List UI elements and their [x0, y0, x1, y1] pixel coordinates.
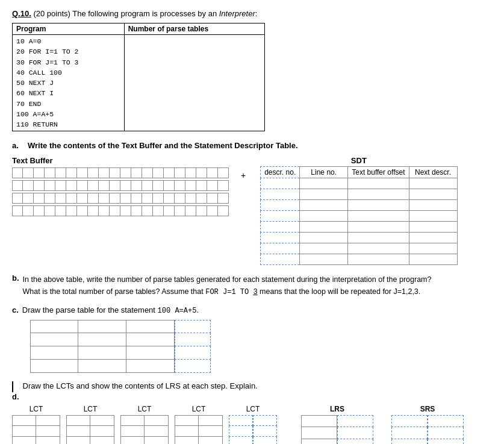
lct-grid-5 [229, 415, 277, 444]
tb-cell [153, 180, 164, 191]
tb-cell [110, 193, 120, 204]
tb-cell [34, 193, 45, 204]
tb-cell [110, 167, 120, 178]
lct-cell [66, 437, 90, 444]
parse-cell [78, 333, 126, 346]
sdt-cell [409, 200, 457, 211]
sdt-cell [261, 211, 300, 222]
lrs-cell-dashed [337, 439, 373, 444]
parse-table-area [30, 320, 492, 373]
tb-cell [185, 205, 196, 216]
parse-cell [30, 333, 78, 346]
lct-cell-dashed [229, 415, 253, 426]
lct-row [66, 415, 114, 426]
tb-cell [196, 193, 207, 204]
lct-cell [175, 415, 199, 426]
srs-label: SRS [420, 405, 435, 413]
parse-cell [78, 320, 126, 333]
tb-cell [77, 167, 88, 178]
tb-cell [23, 167, 34, 178]
tb-cell [55, 205, 66, 216]
parse-cell [126, 346, 175, 360]
text-buffer-section: Text Buffer [12, 156, 492, 265]
tb-cell [120, 193, 131, 204]
tb-cell [207, 167, 218, 178]
parse-row-1 [30, 320, 492, 333]
lct-cell-dashed [253, 437, 277, 444]
sdt-cell [348, 211, 409, 222]
section-a-letter: a. [12, 141, 24, 150]
lct-label-5: LCT [246, 405, 260, 413]
lct-cell [36, 415, 60, 426]
tb-cell [34, 180, 45, 191]
lct-item-5: LCT [229, 405, 277, 444]
lct-label-3: LCT [138, 405, 152, 413]
parse-table-grid [30, 320, 492, 373]
parse-cell-dashed [175, 346, 211, 360]
lct-cell [90, 437, 114, 444]
lct-item-1: LCT [12, 405, 60, 444]
lrs-cell [301, 427, 337, 439]
tb-cell [66, 180, 77, 191]
lct-cell-dashed [253, 415, 277, 426]
section-b-code: FOR J=1 TO 3 [205, 288, 257, 296]
lct-cell [12, 426, 36, 437]
lct-grid-2 [66, 415, 114, 444]
sdt-cell [300, 189, 348, 200]
tb-cell [110, 205, 120, 216]
question-desc-suffix: : [255, 9, 258, 18]
lct-cell [145, 437, 169, 444]
sdt-table: descr. no. Line no. Text buffer offset N… [260, 166, 457, 265]
tb-cell [207, 205, 218, 216]
lrs-cell [301, 439, 337, 444]
plus-icon: + [241, 170, 246, 180]
srs-row [391, 427, 464, 439]
section-b-text2: What is the total number of parse tables… [23, 287, 206, 296]
lct-label-1: LCT [30, 405, 43, 413]
tb-cell [207, 193, 218, 204]
sdt-cell [261, 222, 300, 233]
tb-cell [185, 193, 196, 204]
lct-label-2: LCT [84, 405, 98, 413]
lct-item-3: LCT [120, 405, 169, 444]
sdt-row [261, 211, 457, 222]
tb-cell [66, 167, 77, 178]
parse-row-3 [30, 346, 492, 360]
question-desc-prefix: The following program is processes by an [72, 9, 219, 18]
sdt-cell [300, 254, 348, 265]
sdt-row [261, 243, 457, 254]
tb-cell [218, 205, 229, 216]
sdt-col-offset: Text buffer offset [348, 167, 409, 178]
tb-cell [131, 205, 142, 216]
col1-header: Program [13, 23, 125, 35]
tb-cell [164, 193, 175, 204]
lrs-cell-dashed [337, 415, 373, 427]
tb-row-4 [12, 205, 229, 216]
lct-cell-dashed [229, 426, 253, 437]
tb-cell [45, 180, 55, 191]
sdt-row [261, 200, 457, 211]
parse-cell [78, 346, 126, 360]
bottom-section: LCT LCT [12, 405, 492, 444]
srs-item: SRS [391, 405, 464, 444]
sdt-cell [348, 200, 409, 211]
lct-grid-3 [120, 415, 169, 444]
lct-row [175, 415, 223, 426]
section-a: a. Write the contents of the Text Buffer… [12, 141, 492, 265]
section-a-text: Write the contents of the Text Buffer an… [28, 141, 298, 150]
lct-row [12, 437, 60, 444]
tb-cell [55, 180, 66, 191]
sdt-cell [409, 189, 457, 200]
col2-header: Number of parse tables [124, 23, 264, 35]
lct-row [175, 426, 223, 437]
tb-cell [66, 205, 77, 216]
sdt-cell [348, 178, 409, 189]
tb-cell [142, 180, 153, 191]
section-b: b. In the above table, write the number … [12, 274, 492, 298]
lrs-label: LRS [330, 405, 344, 413]
srs-cell-dashed [428, 427, 464, 439]
tb-cell [207, 180, 218, 191]
sdt-cell [348, 233, 409, 243]
sdt-cell [300, 243, 348, 254]
tb-cell [77, 205, 88, 216]
